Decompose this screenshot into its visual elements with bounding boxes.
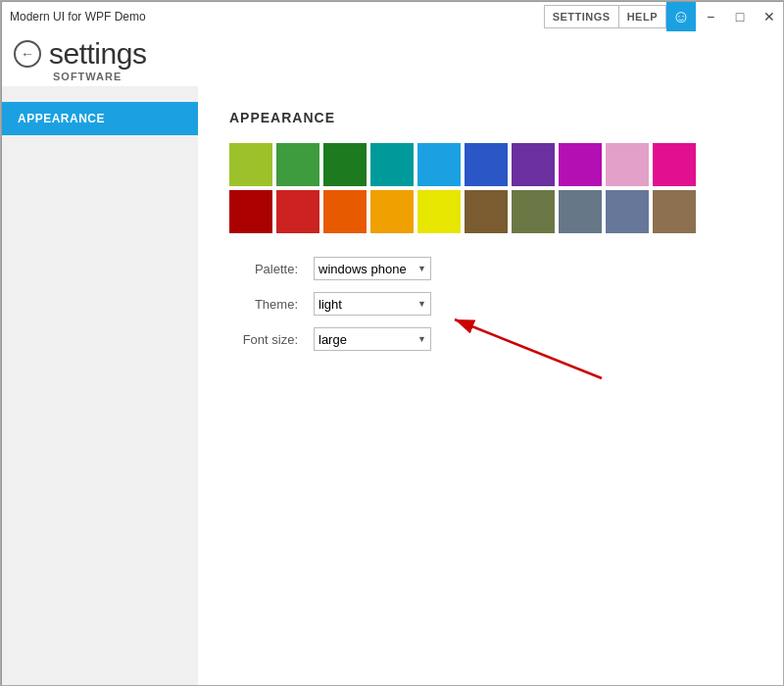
color-swatch-9[interactable]	[653, 143, 696, 186]
close-button[interactable]: ✕	[755, 2, 784, 31]
settings-form: Palette: windows phonemetrocustom Theme:…	[229, 257, 753, 351]
back-button[interactable]: ←	[14, 40, 41, 68]
color-swatch-17[interactable]	[559, 190, 602, 233]
color-swatch-1[interactable]	[276, 143, 319, 186]
restore-button[interactable]: □	[725, 2, 755, 31]
app-window: Modern UI for WPF Demo SETTINGS HELP ☺ −…	[1, 1, 784, 686]
page-title: settings	[49, 39, 146, 69]
fontsize-select-wrapper: smallmediumlarge	[314, 327, 431, 351]
app-title: Modern UI for WPF Demo	[10, 10, 544, 24]
theme-row: Theme: lightdark	[229, 292, 753, 316]
color-swatch-6[interactable]	[512, 143, 555, 186]
color-swatch-13[interactable]	[370, 190, 414, 233]
color-swatch-14[interactable]	[417, 190, 461, 233]
palette-label: Palette:	[229, 262, 298, 276]
help-nav-button[interactable]: HELP	[619, 5, 666, 28]
main-body: APPEARANCE APPEARANCE Palette:	[2, 86, 784, 686]
fontsize-label: Font size:	[229, 332, 298, 347]
color-swatch-16[interactable]	[512, 190, 555, 233]
sidebar-item-appearance[interactable]: APPEARANCE	[2, 102, 198, 135]
fontsize-select[interactable]: smallmediumlarge	[314, 327, 431, 351]
theme-select-wrapper: lightdark	[314, 292, 431, 316]
color-swatch-19[interactable]	[653, 190, 696, 233]
back-icon: ←	[21, 46, 34, 62]
sidebar-item-label: APPEARANCE	[18, 112, 105, 125]
palette-select-wrapper: windows phonemetrocustom	[314, 257, 431, 280]
right-panel: APPEARANCE Palette: windows phonemetrocu…	[198, 86, 784, 686]
palette-row: Palette: windows phonemetrocustom	[229, 257, 753, 280]
sidebar: APPEARANCE	[2, 86, 198, 686]
appearance-section-title: APPEARANCE	[229, 110, 753, 125]
palette-select[interactable]: windows phonemetrocustom	[314, 257, 431, 280]
swatches-grid	[229, 143, 753, 233]
color-swatch-11[interactable]	[276, 190, 319, 233]
titlebar: Modern UI for WPF Demo SETTINGS HELP ☺ −…	[2, 2, 784, 31]
settings-nav-button[interactable]: SETTINGS	[544, 5, 619, 28]
color-swatch-12[interactable]	[323, 190, 367, 233]
content-area: ← settings SOFTWARE APPEARANCE APPEARANC…	[2, 31, 784, 686]
color-swatch-3[interactable]	[370, 143, 414, 186]
theme-select[interactable]: lightdark	[314, 292, 431, 316]
color-swatch-18[interactable]	[606, 190, 649, 233]
color-swatch-15[interactable]	[465, 190, 508, 233]
page-subtitle: SOFTWARE	[53, 71, 768, 82]
color-swatch-4[interactable]	[417, 143, 461, 186]
smiley-button[interactable]: ☺	[666, 2, 696, 31]
color-swatch-7[interactable]	[559, 143, 602, 186]
color-swatch-2[interactable]	[323, 143, 367, 186]
minimize-button[interactable]: −	[696, 2, 725, 31]
page-header-top: ← settings	[14, 39, 768, 69]
color-swatch-5[interactable]	[465, 143, 508, 186]
color-swatch-0[interactable]	[229, 143, 272, 186]
titlebar-right: SETTINGS HELP ☺ − □ ✕	[544, 2, 784, 31]
fontsize-row: Font size: smallmediumlarge	[229, 327, 753, 351]
color-swatch-8[interactable]	[606, 143, 649, 186]
page-header: ← settings SOFTWARE	[2, 31, 784, 86]
theme-label: Theme:	[229, 297, 298, 312]
color-swatch-10[interactable]	[229, 190, 272, 233]
